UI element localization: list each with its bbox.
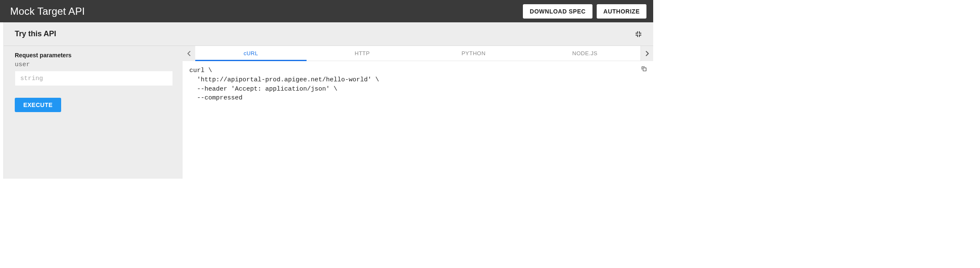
try-api-panel: Try this API Request parameters user EXE… bbox=[3, 22, 653, 179]
tabs-row: cURL HTTP PYTHON NODE.JS bbox=[183, 46, 653, 61]
topbar: Mock Target API DOWNLOAD SPEC AUTHORIZE bbox=[0, 0, 653, 22]
code-tabs: cURL HTTP PYTHON NODE.JS bbox=[195, 46, 641, 61]
panel-title: Try this API bbox=[15, 29, 56, 38]
tabs-scroll-right-button[interactable] bbox=[641, 46, 653, 61]
request-parameters-label: Request parameters bbox=[15, 52, 172, 59]
tab-curl[interactable]: cURL bbox=[195, 46, 307, 61]
code-text: curl \ 'http://apiportal-prod.apigee.net… bbox=[189, 67, 379, 102]
topbar-buttons: DOWNLOAD SPEC AUTHORIZE bbox=[523, 4, 646, 19]
code-sample-section: cURL HTTP PYTHON NODE.JS curl \ 'http://… bbox=[183, 46, 653, 179]
panel-header: Try this API bbox=[4, 22, 653, 46]
code-sample: curl \ 'http://apiportal-prod.apigee.net… bbox=[183, 61, 653, 179]
svg-rect-0 bbox=[643, 68, 646, 71]
collapse-icon[interactable] bbox=[635, 30, 642, 38]
copy-icon[interactable] bbox=[641, 65, 647, 72]
param-name-user: user bbox=[15, 61, 172, 68]
tab-python[interactable]: PYTHON bbox=[418, 46, 529, 61]
authorize-button[interactable]: AUTHORIZE bbox=[597, 4, 646, 19]
tab-http[interactable]: HTTP bbox=[307, 46, 418, 61]
request-parameters-section: Request parameters user EXECUTE bbox=[4, 46, 183, 179]
app-title: Mock Target API bbox=[10, 5, 85, 17]
tabs-scroll-left-button[interactable] bbox=[183, 46, 195, 61]
execute-button[interactable]: EXECUTE bbox=[15, 98, 61, 112]
tab-nodejs[interactable]: NODE.JS bbox=[529, 46, 641, 61]
panel-body: Request parameters user EXECUTE cURL HTT… bbox=[4, 46, 653, 179]
param-input-user[interactable] bbox=[15, 71, 173, 86]
download-spec-button[interactable]: DOWNLOAD SPEC bbox=[523, 4, 592, 19]
